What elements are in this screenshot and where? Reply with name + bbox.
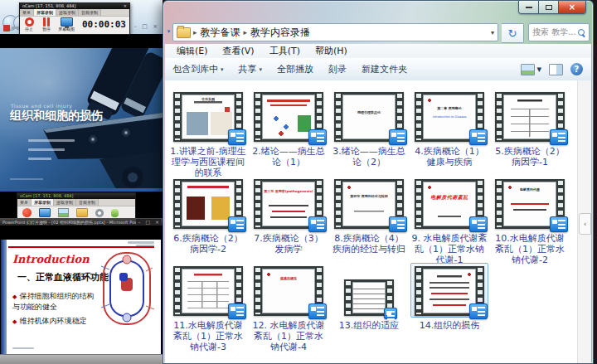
file-thumbnail[interactable] <box>491 89 569 143</box>
close-icon[interactable]: ✕ <box>124 3 127 9</box>
recorder-body: 停止 暂停 屏幕截图 00:00:03 <box>20 17 129 32</box>
file-name[interactable]: 13.组织的适应 <box>330 320 408 331</box>
filmstrip-frame: 体液的调节 <box>254 266 323 316</box>
filmstrip-frame <box>254 92 323 142</box>
file-name[interactable]: 6.疾病概论（2）病因学-2 <box>169 233 247 255</box>
file-thumbnail[interactable]: 生活实例 <box>169 89 247 143</box>
file-thumbnail[interactable] <box>330 263 408 318</box>
video-overlay-icon <box>389 216 407 232</box>
slide-subtitle-en: Tissue and cell injury <box>11 103 72 109</box>
file-item[interactable]: 5.疾病概论（2）病因学-1 <box>491 89 569 167</box>
microphone-icon[interactable] <box>111 209 119 217</box>
file-thumbnail[interactable]: 电解质代谢紊乱 <box>410 176 488 231</box>
slide-preview <box>182 182 235 226</box>
file-thumbnail[interactable] <box>169 176 247 231</box>
filmstrip-frame: 第二章 疾病概论 Introduction to Disease <box>415 92 484 142</box>
slide-preview: 第四节 疾病的经过与转归 <box>342 182 396 226</box>
file-item[interactable]: 第二章 疾病概论 Introduction to Disease 4.疾病概论（… <box>410 89 488 167</box>
file-thumbnail[interactable]: 第三节 发病学(pathogenesis) <box>250 176 328 231</box>
recorder-tab[interactable]: 屏幕录制 <box>34 9 56 16</box>
slide-preview <box>423 269 476 313</box>
file-name[interactable]: 1.讲课之前-病理生理学与西医课程间的联系 <box>169 146 247 178</box>
thumb-caption: 电解质代谢紊乱 <box>424 194 475 201</box>
filmstrip-frame: 电解质的代谢 <box>495 179 565 229</box>
file-item[interactable]: 2.绪论——病生总论（1） <box>250 89 328 167</box>
window-controls-icon[interactable]: – □ × <box>136 219 161 225</box>
slide-preview <box>503 95 556 139</box>
bullet-icon: ◆ <box>12 318 17 325</box>
filmstrip-frame: 病理生理学总论 <box>334 92 404 142</box>
file-item[interactable]: 电解质的代谢 10.水电解质代谢紊乱（1）正常水钠代谢-2 <box>491 176 569 265</box>
capture-button[interactable]: 屏幕截图 <box>58 17 75 32</box>
file-name[interactable]: 7.疾病概论（3）发病学 <box>250 233 328 255</box>
recorder-tab[interactable]: 游戏录制 <box>54 199 76 206</box>
video-overlay-icon <box>384 308 397 319</box>
recorder-tab[interactable]: 菜单 <box>17 199 32 206</box>
file-thumbnail[interactable]: 病理生理学总论 <box>330 89 408 143</box>
slide-left-border <box>1 240 7 354</box>
screenshot-icon[interactable] <box>58 208 69 217</box>
file-item[interactable]: 体液的调节 12. 水电解质代谢紊乱（1）正常水钠代谢-4 <box>250 263 328 352</box>
recorder-tab[interactable]: 菜单 <box>20 9 34 16</box>
explorer-window: × ▾ ▸ 教学备课 ▸ 教学内容录播 ▾ ↻ 搜索 教学... 编辑(E) 查… <box>163 0 594 364</box>
expand-panel-button[interactable]: ‹ <box>579 213 591 235</box>
video-overlay-icon <box>550 216 568 232</box>
file-thumbnail[interactable] <box>410 263 488 318</box>
slide-preview: 生活实例 <box>182 95 235 139</box>
recorder-tab[interactable]: 音频录制 <box>76 199 99 206</box>
file-name[interactable]: 3.绪论——病生总论（2） <box>330 146 408 167</box>
bullet-icon: ◆ <box>12 294 17 300</box>
filmstrip-frame: 第四节 疾病的经过与转归 <box>334 179 404 229</box>
file-item[interactable]: 6.疾病概论（2）病因学-2 <box>169 176 247 255</box>
file-name[interactable]: 12. 水电解质代谢紊乱（1）正常水钠代谢-4 <box>250 320 328 352</box>
file-name[interactable]: 11.水电解质代谢紊乱（1）正常水钠代谢-3 <box>169 320 247 352</box>
slide-subline <box>28 158 51 160</box>
thumb-caption: 第二章 疾病概论 <box>424 106 475 111</box>
file-name[interactable]: 2.绪论——病生总论（1） <box>250 146 328 167</box>
file-item[interactable]: 生活实例 1.讲课之前-病理生理学与西医课程间的联系 <box>169 89 247 178</box>
slide-bullet: ◆保持细胞和组织的结构与功能的健全 <box>12 291 100 312</box>
filmstrip-frame: 第三节 发病学(pathogenesis) <box>254 179 323 229</box>
file-item[interactable]: 14.组织的损伤 <box>410 263 488 331</box>
file-item[interactable]: 电解质代谢紊乱 9. 水电解质代谢紊乱（1）正常水钠代谢-1 <box>410 176 488 265</box>
file-thumbnail[interactable]: 第四节 疾病的经过与转归 <box>330 176 408 231</box>
file-name[interactable]: 9. 水电解质代谢紊乱（1）正常水钠代谢-1 <box>410 233 488 265</box>
recorder-tab[interactable]: 音频录制 <box>79 9 101 16</box>
file-item[interactable]: 第三节 发病学(pathogenesis) 7.疾病概论（3）发病学 <box>250 176 328 255</box>
settings-icon[interactable] <box>95 209 104 217</box>
file-name[interactable]: 5.疾病概论（2）病因学-1 <box>491 146 569 167</box>
stop-button[interactable]: 停止 <box>23 17 35 32</box>
file-thumbnail[interactable] <box>250 89 328 143</box>
recorder2-titlebar[interactable]: oCam [17, 151, 808, 484] <box>17 193 135 199</box>
stop-label: 停止 <box>25 27 33 32</box>
slide-heading: Introduction <box>12 253 90 265</box>
recorder-tab[interactable]: 游戏录制 <box>56 9 79 16</box>
file-thumbnail[interactable]: 体液的调节 <box>250 263 328 318</box>
slide-preview <box>182 269 235 313</box>
file-name[interactable]: 8.疾病概论（4）疾病的经过与转归 <box>330 233 408 255</box>
file-name[interactable]: 14.组织的损伤 <box>410 320 488 331</box>
slide-preview <box>352 282 386 313</box>
record-icon[interactable] <box>22 208 32 217</box>
stop-icon <box>25 17 34 27</box>
window-controls-icon[interactable]: – □ × <box>134 23 159 30</box>
file-thumbnail[interactable]: 电解质的代谢 <box>491 176 569 231</box>
file-name[interactable]: 10.水电解质代谢紊乱（1）正常水钠代谢-2 <box>491 233 569 265</box>
file-item[interactable]: 13.组织的适应 <box>330 263 408 331</box>
file-name[interactable]: 4.疾病概论（1）健康与疾病 <box>410 146 488 167</box>
powerpoint-icon <box>3 25 10 32</box>
file-thumbnail[interactable]: 第二章 疾病概论 Introduction to Disease <box>410 89 488 143</box>
recorder-titlebar[interactable]: oCam [17, 151, 808, 484] ✕ <box>20 3 129 9</box>
circulation-diagram <box>100 250 158 329</box>
pause-button[interactable]: 暂停 <box>41 17 52 32</box>
slide-preview: 第二章 疾病概论 Introduction to Disease <box>423 95 476 139</box>
file-item[interactable]: 第四节 疾病的经过与转归 8.疾病概论（4）疾病的经过与转归 <box>330 176 408 255</box>
recorder-tab[interactable]: 屏幕录制 <box>32 199 54 206</box>
recorder2-tabs: 菜单屏幕录制游戏录制音频录制 <box>17 199 135 206</box>
folder-icon[interactable] <box>76 208 88 217</box>
file-item[interactable]: 病理生理学总论 3.绪论——病生总论（2） <box>330 89 408 167</box>
file-item[interactable]: 11.水电解质代谢紊乱（1）正常水钠代谢-3 <box>169 263 247 352</box>
monitor-icon[interactable] <box>39 208 51 217</box>
filmstrip-frame: 生活实例 <box>173 92 243 142</box>
file-thumbnail[interactable] <box>169 263 247 318</box>
